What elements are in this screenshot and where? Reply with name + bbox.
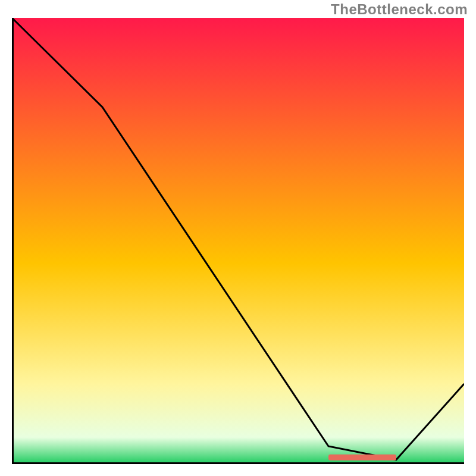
plot-area bbox=[12, 18, 464, 464]
watermark-text: TheBottleneck.com bbox=[331, 1, 468, 18]
chart-svg bbox=[12, 18, 464, 464]
chart-container: TheBottleneck.com bbox=[0, 0, 476, 476]
minimum-marker bbox=[328, 455, 396, 461]
